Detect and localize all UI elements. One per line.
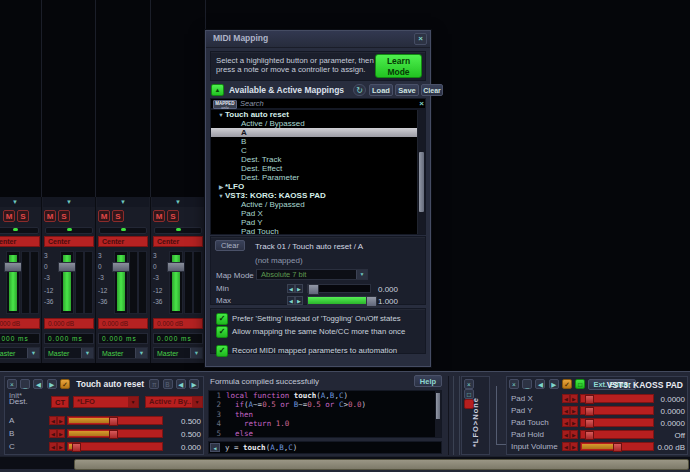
dest-device-dropdown[interactable]: *LFO ▼ bbox=[73, 396, 139, 408]
plugin-active-icon[interactable]: □ bbox=[575, 379, 585, 389]
arrow-left-icon[interactable]: ◀ bbox=[562, 442, 570, 451]
min-slider[interactable] bbox=[307, 284, 371, 293]
mute-button[interactable]: M bbox=[44, 210, 56, 222]
volume-fader[interactable] bbox=[60, 251, 74, 314]
list-item[interactable]: ▼VST3: KORG: KAOSS PAD bbox=[211, 191, 425, 200]
slider-handle[interactable] bbox=[585, 395, 594, 404]
close-icon[interactable]: × bbox=[414, 33, 427, 45]
max-slider[interactable] bbox=[307, 296, 371, 305]
chevron-down-icon[interactable]: ▼ bbox=[128, 397, 138, 407]
arrow-right-icon[interactable]: ▶ bbox=[570, 418, 578, 427]
param-nudge[interactable]: ◀ ▶ bbox=[562, 394, 578, 403]
arrow-left-icon[interactable]: ◀ bbox=[562, 418, 570, 427]
mapped-only-toggle[interactable]: MAPPED only bbox=[213, 100, 237, 109]
pan-value[interactable]: Center bbox=[98, 236, 148, 247]
load-button[interactable]: Load bbox=[369, 84, 393, 96]
max-nudge[interactable]: ◀ ▶ bbox=[287, 296, 303, 305]
arrow-right-icon[interactable]: ▶ bbox=[57, 442, 65, 451]
slider-handle[interactable] bbox=[585, 407, 594, 416]
track-device-dropdown[interactable]: ▼ bbox=[152, 197, 204, 207]
arrow-right-icon[interactable]: ▶ bbox=[47, 379, 57, 389]
help-button[interactable]: Help bbox=[414, 375, 442, 387]
device-enabled-checkbox[interactable]: ✓ bbox=[60, 379, 70, 389]
param-nudge[interactable]: ◀ ▶ bbox=[49, 429, 65, 438]
fader-handle[interactable] bbox=[58, 262, 76, 272]
routing-dropdown[interactable]: Master ▼ bbox=[153, 347, 203, 359]
dsp-lane-scrollbar[interactable] bbox=[0, 456, 690, 469]
pan-value[interactable]: Center bbox=[153, 236, 203, 247]
preset-prev-icon[interactable]: ◀ bbox=[176, 379, 186, 389]
arrow-right-icon[interactable]: ▶ bbox=[295, 284, 303, 293]
arrow-right-icon[interactable]: ▶ bbox=[570, 406, 578, 415]
arrow-left-icon[interactable]: ◀ bbox=[287, 284, 295, 293]
delay-value[interactable]: 0.000 ms bbox=[44, 333, 94, 344]
learn-mode-button[interactable]: Learn Mode bbox=[375, 54, 422, 78]
solo-button[interactable]: S bbox=[58, 210, 70, 222]
chevron-down-icon[interactable]: ▼ bbox=[27, 348, 39, 358]
param-slider[interactable] bbox=[580, 406, 654, 415]
panel-splitter[interactable] bbox=[448, 376, 460, 455]
dest-track-button[interactable]: CT bbox=[51, 396, 69, 408]
slider-handle[interactable] bbox=[72, 443, 81, 452]
list-item[interactable]: ▼Touch auto reset bbox=[211, 110, 425, 119]
arrow-left-icon[interactable]: ◀ bbox=[562, 430, 570, 439]
arrow-left-icon[interactable]: ◀ bbox=[287, 296, 295, 305]
arrow-left-icon[interactable]: ◀ bbox=[535, 379, 545, 389]
slider-handle[interactable] bbox=[366, 296, 377, 307]
list-item[interactable]: Active / Bypassed bbox=[211, 200, 425, 209]
pan-value[interactable]: Center bbox=[0, 236, 40, 247]
param-slider[interactable] bbox=[580, 442, 654, 451]
gain-value[interactable]: 0.000 dB bbox=[0, 318, 40, 329]
solo-button[interactable]: S bbox=[167, 210, 179, 222]
solo-button[interactable]: S bbox=[112, 210, 124, 222]
list-item[interactable]: C bbox=[211, 146, 425, 155]
arrow-left-icon[interactable]: ◀ bbox=[562, 406, 570, 415]
param-nudge[interactable]: ◀ ▶ bbox=[562, 442, 578, 451]
b-icon[interactable]: B bbox=[163, 379, 173, 389]
pan-value[interactable]: Center bbox=[44, 236, 94, 247]
arrow-right-icon[interactable]: ▶ bbox=[57, 416, 65, 425]
list-item[interactable]: Active / Bypassed bbox=[211, 119, 425, 128]
param-nudge[interactable]: ◀ ▶ bbox=[562, 406, 578, 415]
dest-param-dropdown[interactable]: Active / By.. ▼ bbox=[145, 396, 203, 408]
pan-slider[interactable] bbox=[99, 227, 147, 234]
arrow-right-icon[interactable]: ▶ bbox=[570, 442, 578, 451]
list-item[interactable]: Pad Touch bbox=[211, 227, 425, 235]
delay-value[interactable]: 0.000 ms bbox=[98, 333, 148, 344]
gain-value[interactable]: 0.000 dB bbox=[153, 318, 203, 329]
mute-button[interactable]: M bbox=[3, 210, 15, 222]
gain-value[interactable]: 0.000 dB bbox=[44, 318, 94, 329]
arrow-left-icon[interactable]: ◀ bbox=[49, 416, 57, 425]
param-slider[interactable] bbox=[67, 429, 163, 438]
list-item[interactable]: A bbox=[211, 128, 425, 137]
param-slider[interactable] bbox=[580, 430, 654, 439]
param-slider[interactable] bbox=[67, 442, 163, 451]
routing-dropdown[interactable]: Master ▼ bbox=[98, 347, 148, 359]
preset-next-icon[interactable]: ▶ bbox=[189, 379, 199, 389]
pan-slider[interactable] bbox=[154, 227, 202, 234]
arrow-right-icon[interactable]: ▶ bbox=[570, 394, 578, 403]
arrow-right-icon[interactable]: ▶ bbox=[57, 429, 65, 438]
slider-handle[interactable] bbox=[585, 419, 594, 428]
param-nudge[interactable]: ◀ ▶ bbox=[562, 418, 578, 427]
fader-handle[interactable] bbox=[4, 262, 22, 272]
slider-handle[interactable] bbox=[585, 431, 594, 440]
pan-slider[interactable] bbox=[45, 227, 93, 234]
list-item[interactable]: Dest. Parameter bbox=[211, 173, 425, 182]
list-item[interactable]: ▶*LFO bbox=[211, 182, 425, 191]
fader-handle[interactable] bbox=[167, 262, 185, 272]
search-input[interactable] bbox=[240, 99, 418, 108]
arrow-right-icon[interactable]: ▶ bbox=[295, 296, 303, 305]
chevron-down-icon[interactable]: ▼ bbox=[135, 348, 147, 358]
arrow-left-icon[interactable]: ◀ bbox=[49, 429, 57, 438]
min-nudge[interactable]: ◀ ▶ bbox=[287, 284, 303, 293]
mute-button[interactable]: M bbox=[153, 210, 165, 222]
close-icon[interactable]: × bbox=[7, 379, 17, 389]
checkbox-checked-icon[interactable]: ✓ bbox=[216, 326, 228, 338]
scrollbar-thumb[interactable] bbox=[436, 393, 440, 419]
scrollbar-thumb[interactable] bbox=[74, 459, 689, 470]
arrow-left-icon[interactable]: ◀ bbox=[49, 442, 57, 451]
minimize-icon[interactable]: _ bbox=[20, 379, 30, 389]
minimize-icon[interactable]: _ bbox=[522, 379, 532, 389]
arrow-left-icon[interactable]: ◀ bbox=[210, 443, 220, 452]
